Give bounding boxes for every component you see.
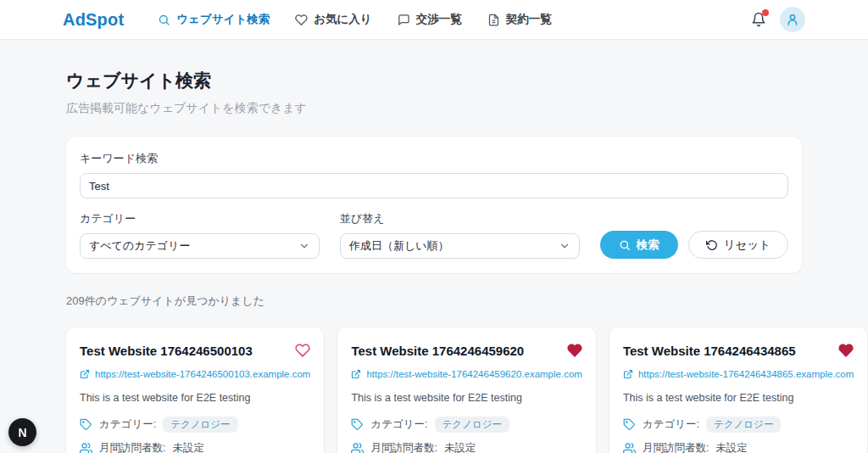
card-url-link[interactable]: https://test-website-1764246500103.examp…	[80, 369, 310, 379]
header-actions	[751, 7, 805, 32]
category-select[interactable]: すべてのカテゴリー	[80, 233, 320, 259]
search-icon	[158, 14, 170, 26]
brand-logo[interactable]: AdSpot	[63, 10, 124, 30]
users-icon	[623, 442, 636, 453]
heart-icon	[295, 343, 310, 358]
nav-item-website-search[interactable]: ウェブサイト検索	[158, 12, 270, 27]
website-card: Test Website 1764246459620 https://test-…	[337, 327, 595, 453]
tag-icon	[351, 418, 364, 431]
card-description: This is a test website for E2E testing	[80, 392, 310, 404]
chevron-down-icon	[298, 240, 310, 252]
external-link-icon	[351, 369, 361, 379]
page-subtitle: 広告掲載可能なウェブサイトを検索できます	[66, 101, 802, 116]
card-visitors-row: 月間訪問者数: 未設定	[351, 441, 581, 453]
search-icon	[619, 239, 631, 251]
sort-select[interactable]: 作成日（新しい順）	[340, 233, 580, 259]
card-visitors-row: 月間訪問者数: 未設定	[80, 441, 310, 453]
reset-icon	[706, 239, 718, 251]
card-title: Test Website 1764246434865	[623, 343, 796, 360]
favorite-button[interactable]	[295, 343, 310, 358]
card-title: Test Website 1764246500103	[80, 343, 253, 360]
notifications-button[interactable]	[751, 12, 766, 27]
website-card: Test Website 1764246434865 https://test-…	[609, 327, 867, 453]
website-card: Test Website 1764246500103 https://test-…	[66, 327, 324, 453]
external-link-icon	[80, 369, 90, 379]
card-category-row: カテゴリー: テクノロジー	[80, 417, 310, 433]
card-title: Test Website 1764246459620	[351, 343, 524, 360]
category-label: カテゴリー	[80, 211, 320, 226]
nav-label: 交渉一覧	[416, 12, 462, 27]
keyword-label: キーワード検索	[80, 151, 788, 166]
category-badge: テクノロジー	[163, 417, 237, 433]
main-content: ウェブサイト検索 広告掲載可能なウェブサイトを検索できます キーワード検索 カテ…	[66, 69, 802, 453]
tag-icon	[623, 418, 636, 431]
category-badge: テクノロジー	[435, 417, 509, 433]
document-icon	[487, 14, 500, 26]
card-url-link[interactable]: https://test-website-1764246434865.examp…	[623, 369, 854, 379]
results-count: 209件のウェブサイトが見つかりました	[66, 294, 802, 309]
search-panel: キーワード検索 カテゴリー すべてのカテゴリー 並び替え 作成日（新しい順）	[66, 137, 802, 273]
person-icon	[786, 13, 799, 26]
results-grid: Test Website 1764246500103 https://test-…	[66, 327, 802, 453]
keyword-input[interactable]	[80, 173, 788, 199]
card-description: This is a test website for E2E testing	[351, 392, 581, 404]
card-url-link[interactable]: https://test-website-1764246459620.examp…	[351, 369, 581, 379]
heart-icon	[295, 14, 308, 26]
category-selected-value: すべてのカテゴリー	[89, 238, 190, 254]
sort-selected-value: 作成日（新しい順）	[349, 238, 449, 254]
card-visitors-row: 月間訪問者数: 未設定	[623, 441, 854, 453]
external-link-icon	[623, 369, 633, 379]
nav-label: お気に入り	[314, 12, 371, 27]
card-description: This is a test website for E2E testing	[623, 392, 854, 404]
users-icon	[351, 442, 364, 453]
page-title: ウェブサイト検索	[66, 69, 802, 92]
favorite-button[interactable]	[838, 343, 854, 358]
chat-icon	[398, 14, 410, 26]
heart-icon	[567, 343, 582, 358]
favorite-button[interactable]	[567, 343, 582, 358]
dev-tools-badge[interactable]: N	[8, 418, 36, 446]
nav-item-contracts[interactable]: 契約一覧	[487, 12, 552, 27]
nav-item-favorites[interactable]: お気に入り	[295, 12, 371, 27]
notification-dot	[762, 9, 769, 16]
nav-item-negotiations[interactable]: 交渉一覧	[398, 12, 462, 27]
heart-icon	[838, 343, 854, 358]
search-button[interactable]: 検索	[600, 231, 678, 259]
main-nav: ウェブサイト検索 お気に入り 交渉一覧 契約一覧	[158, 12, 751, 27]
category-badge: テクノロジー	[706, 417, 781, 433]
users-icon	[80, 442, 92, 453]
nav-label: 契約一覧	[506, 12, 552, 27]
chevron-down-icon	[559, 240, 570, 252]
top-navbar: AdSpot ウェブサイト検索 お気に入り 交渉一覧 契約一覧	[0, 0, 868, 40]
reset-button[interactable]: リセット	[688, 231, 788, 259]
card-category-row: カテゴリー: テクノロジー	[351, 417, 581, 433]
sort-label: 並び替え	[340, 211, 580, 226]
card-category-row: カテゴリー: テクノロジー	[623, 417, 854, 433]
tag-icon	[80, 418, 92, 431]
nav-label: ウェブサイト検索	[176, 12, 270, 27]
user-avatar[interactable]	[780, 7, 805, 32]
